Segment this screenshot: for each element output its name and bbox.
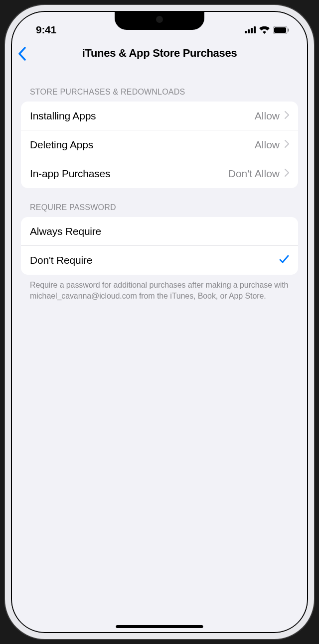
row-value: Allow <box>255 139 280 151</box>
status-time: 9:41 <box>36 24 56 36</box>
svg-rect-2 <box>251 28 253 33</box>
checkmark-icon <box>279 255 289 266</box>
row-label: In-app Purchases <box>30 168 110 180</box>
require-password-list: Always Require Don't Require <box>21 217 298 275</box>
row-label: Don't Require <box>30 254 92 266</box>
deleting-apps-row[interactable]: Deleting Apps Allow <box>21 130 298 159</box>
chevron-right-icon <box>285 169 289 179</box>
store-purchases-list: Installing Apps Allow Deleting Apps Allo… <box>21 102 298 188</box>
row-value: Don't Allow <box>228 168 280 180</box>
chevron-right-icon <box>285 111 289 121</box>
svg-rect-0 <box>245 31 247 33</box>
in-app-purchases-row[interactable]: In-app Purchases Don't Allow <box>21 159 298 188</box>
svg-rect-1 <box>248 29 250 33</box>
row-trailing: Allow <box>255 139 289 151</box>
battery-icon <box>273 26 289 34</box>
svg-rect-5 <box>274 27 286 33</box>
row-trailing: Allow <box>255 110 289 122</box>
content-area: STORE PURCHASES & REDOWNLOADS Installing… <box>11 69 308 301</box>
notch <box>115 11 204 30</box>
section-footer-require-password: Require a password for additional purcha… <box>21 275 298 301</box>
back-button[interactable] <box>18 47 26 61</box>
navigation-bar: iTunes & App Store Purchases <box>11 40 308 69</box>
dont-require-row[interactable]: Don't Require <box>21 246 298 275</box>
row-value: Allow <box>255 110 280 122</box>
home-indicator[interactable] <box>116 625 203 628</box>
row-label: Installing Apps <box>30 110 96 122</box>
wifi-icon <box>259 26 270 34</box>
page-title: iTunes & App Store Purchases <box>20 47 299 60</box>
row-trailing: Don't Allow <box>228 168 289 180</box>
svg-rect-6 <box>288 28 289 31</box>
phone-frame: 9:41 iTunes & App Store Purchases STORE … <box>5 5 314 639</box>
section-header-store-purchases: STORE PURCHASES & REDOWNLOADS <box>21 69 298 102</box>
row-label: Deleting Apps <box>30 139 93 151</box>
always-require-row[interactable]: Always Require <box>21 217 298 246</box>
cellular-signal-icon <box>245 26 256 33</box>
status-indicators <box>245 26 289 34</box>
chevron-right-icon <box>285 140 289 150</box>
row-label: Always Require <box>30 225 101 237</box>
section-header-require-password: REQUIRE PASSWORD <box>21 188 298 217</box>
installing-apps-row[interactable]: Installing Apps Allow <box>21 102 298 130</box>
svg-rect-3 <box>254 26 256 33</box>
